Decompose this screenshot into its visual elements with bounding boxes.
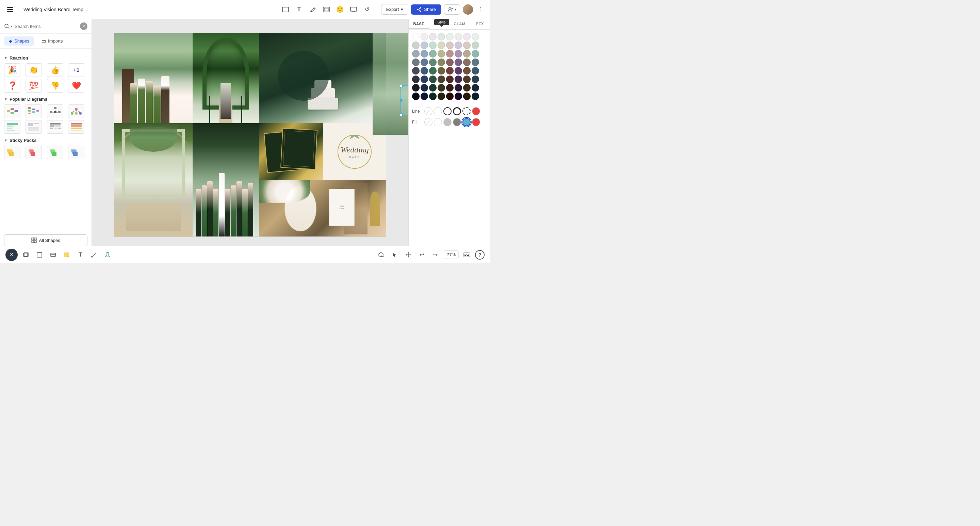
color-swatch[interactable]	[421, 67, 428, 75]
reaction-thumbsup[interactable]: 👍	[47, 63, 63, 77]
color-swatch[interactable]	[412, 76, 420, 83]
flask-tool[interactable]	[102, 249, 113, 260]
diagram-item-6[interactable]	[25, 120, 42, 134]
color-swatch[interactable]	[438, 33, 445, 40]
color-swatch[interactable]	[472, 92, 479, 100]
search-dropdown-arrow[interactable]: ▾	[11, 24, 13, 28]
color-swatch[interactable]	[455, 41, 462, 49]
more-options-button[interactable]: ⋮	[476, 5, 486, 14]
color-swatch[interactable]	[412, 50, 420, 57]
color-swatch[interactable]	[429, 92, 437, 100]
color-swatch[interactable]	[438, 92, 445, 100]
color-swatch[interactable]	[429, 50, 437, 57]
reaction-party[interactable]: 🎉	[4, 63, 21, 77]
tab-shapes[interactable]: ◆ Shapes	[4, 37, 34, 46]
card-tool[interactable]	[48, 249, 59, 260]
all-shapes-button[interactable]: All Shapes	[4, 234, 88, 246]
diagram-item-8[interactable]	[68, 120, 84, 134]
color-swatch[interactable]	[455, 92, 462, 100]
color-swatch[interactable]	[421, 59, 428, 66]
line-red-option[interactable]	[472, 107, 480, 115]
reaction-plus1[interactable]: +1	[68, 63, 84, 77]
color-swatch[interactable]	[412, 84, 420, 92]
sticky-green[interactable]	[47, 146, 63, 159]
redo-button[interactable]: ↪	[430, 249, 441, 260]
color-swatch[interactable]	[455, 84, 462, 92]
color-swatch[interactable]	[429, 41, 437, 49]
color-swatch[interactable]	[429, 33, 437, 40]
line-dark-option[interactable]	[453, 107, 461, 115]
screen-tool[interactable]	[348, 4, 359, 15]
reaction-heart[interactable]: ❤️	[68, 79, 84, 92]
rectangle-tool[interactable]	[280, 4, 291, 15]
color-swatch[interactable]	[438, 50, 445, 57]
handle-ml[interactable]	[400, 99, 402, 102]
refresh-tool[interactable]: ↺	[362, 4, 372, 15]
diagram-item-3[interactable]	[47, 105, 63, 118]
color-swatch[interactable]	[429, 67, 437, 75]
color-swatch[interactable]	[463, 59, 471, 66]
color-swatch[interactable]	[446, 76, 453, 83]
color-swatch[interactable]	[446, 59, 453, 66]
export-button[interactable]: Export ▾	[381, 4, 409, 14]
frame-tool[interactable]	[321, 4, 332, 15]
color-swatch[interactable]	[446, 50, 453, 57]
search-clear-button[interactable]	[80, 22, 88, 30]
move-tool[interactable]	[403, 249, 414, 260]
layers-tool[interactable]	[21, 249, 31, 260]
color-swatch[interactable]	[455, 50, 462, 57]
color-swatch[interactable]	[472, 59, 479, 66]
user-avatar[interactable]	[463, 5, 473, 14]
color-swatch[interactable]	[438, 59, 445, 66]
color-swatch[interactable]	[429, 59, 437, 66]
color-swatch[interactable]	[463, 33, 471, 40]
fill-white-option[interactable]	[434, 118, 442, 126]
line-none-option[interactable]	[424, 107, 433, 115]
line-tool[interactable]	[89, 249, 99, 260]
color-swatch[interactable]	[455, 59, 462, 66]
diagram-item-2[interactable]	[25, 105, 42, 118]
color-swatch[interactable]	[455, 76, 462, 83]
color-swatch[interactable]	[472, 41, 479, 49]
share-button[interactable]: Share	[411, 5, 441, 14]
color-swatch[interactable]	[463, 84, 471, 92]
line-dashed-option[interactable]	[463, 107, 471, 115]
emoji-tool[interactable]: 🙂	[334, 4, 345, 15]
section-diagrams-header[interactable]: ▼ Popular Diagrams	[4, 97, 88, 102]
help-button[interactable]: ?	[475, 250, 485, 260]
color-swatch[interactable]	[429, 76, 437, 83]
fill-red-option[interactable]	[472, 118, 480, 126]
color-swatch[interactable]	[472, 76, 479, 83]
canvas-area[interactable]: Wedding DATE	[92, 19, 408, 263]
color-swatch[interactable]	[446, 67, 453, 75]
diagram-item-7[interactable]	[47, 120, 63, 134]
color-swatch[interactable]	[438, 84, 445, 92]
select-tool[interactable]	[389, 249, 400, 260]
reaction-question[interactable]: ❓	[4, 79, 21, 92]
tab-base[interactable]: BASE	[409, 19, 429, 29]
close-panel-button[interactable]: ×	[5, 249, 18, 261]
diagram-item-1[interactable]	[4, 105, 21, 118]
color-swatch[interactable]	[472, 33, 479, 40]
collab-button[interactable]: ▾	[444, 5, 460, 14]
color-swatch[interactable]	[455, 33, 462, 40]
sticky-tool[interactable]	[61, 249, 72, 260]
line-white-option[interactable]	[434, 107, 442, 115]
color-swatch[interactable]	[421, 76, 428, 83]
color-swatch[interactable]	[421, 41, 428, 49]
color-swatch[interactable]	[438, 76, 445, 83]
color-swatch[interactable]	[421, 50, 428, 57]
keyboard-shortcuts-button[interactable]	[461, 249, 472, 260]
text-tool[interactable]: T	[294, 4, 305, 15]
color-swatch[interactable]	[463, 76, 471, 83]
section-reaction-header[interactable]: ▼ Reaction	[4, 56, 88, 60]
color-swatch[interactable]	[412, 92, 420, 100]
color-swatch[interactable]	[412, 41, 420, 49]
color-swatch[interactable]	[463, 67, 471, 75]
fill-lightgray-option[interactable]	[443, 118, 452, 126]
diagram-item-4[interactable]	[68, 105, 84, 118]
sticky-blue[interactable]	[68, 146, 84, 159]
color-swatch[interactable]	[446, 92, 453, 100]
color-swatch[interactable]	[421, 92, 428, 100]
color-swatch[interactable]	[463, 50, 471, 57]
